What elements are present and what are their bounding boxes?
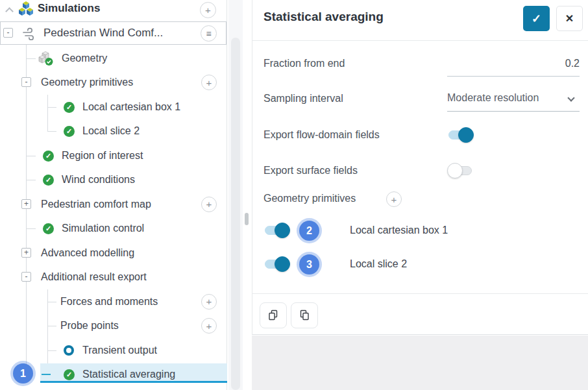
tree-item-label[interactable]: Simulation control xyxy=(62,223,144,234)
select-underline xyxy=(447,111,580,112)
status-check-icon: ✓ xyxy=(64,102,75,113)
collapse-box-icon[interactable]: - xyxy=(21,272,31,282)
tree-row[interactable]: ✓Simulation control xyxy=(0,217,227,241)
tree-item-label[interactable]: Local cartesian box 1 xyxy=(82,101,180,113)
field-label: Export flow-domain fields xyxy=(263,129,380,141)
tree-connector xyxy=(47,326,56,326)
tree-connector xyxy=(47,302,56,302)
add-button[interactable]: + xyxy=(201,318,217,334)
tree-connector xyxy=(26,156,36,156)
footer-divider xyxy=(252,293,588,294)
simulation-tree: Simulations + - Pedestrian Wind Comf... … xyxy=(0,0,227,390)
assignment-row: 2Local cartesian box 1 xyxy=(252,218,588,243)
tree-item-label[interactable]: Geometry primitives xyxy=(41,77,133,88)
step-badge: 1 xyxy=(13,363,33,384)
tree-scrollbar-thumb[interactable] xyxy=(231,38,240,390)
tree-row[interactable]: Probe points+ xyxy=(0,314,227,339)
export-surface-toggle[interactable] xyxy=(448,162,474,179)
tree-item-label[interactable]: Local slice 2 xyxy=(82,125,140,137)
section-label: Geometry primitives xyxy=(263,193,356,204)
check-icon: ✓ xyxy=(532,12,541,25)
assignment-toggle[interactable] xyxy=(265,222,291,239)
field-label: Sampling interval xyxy=(263,93,343,104)
tree-item-label[interactable]: Pedestrian Wind Comf... xyxy=(43,27,163,40)
tree-row[interactable]: -Additional result export xyxy=(0,265,227,290)
add-button[interactable]: + xyxy=(201,75,217,90)
paste-icon xyxy=(299,310,310,321)
tree-row[interactable]: Geometry xyxy=(0,46,227,71)
tree-row[interactable]: -Geometry primitives+ xyxy=(0,71,227,95)
plus-icon: + xyxy=(206,321,212,331)
tree-row[interactable]: Forces and moments+ xyxy=(0,289,227,314)
tree-connector xyxy=(47,107,56,108)
sampling-interval-select[interactable]: Moderate resolution xyxy=(447,92,563,104)
status-ring-icon xyxy=(64,345,74,356)
tree-row[interactable]: Transient output xyxy=(0,338,227,363)
tree-item-label[interactable]: Transient output xyxy=(82,345,157,356)
add-simulation-button[interactable]: + xyxy=(200,2,216,18)
assignment-label: Local cartesian box 1 xyxy=(350,218,448,243)
tree-root-label[interactable]: Simulations xyxy=(38,2,100,15)
copy-icon xyxy=(267,310,279,321)
expand-box-icon[interactable]: + xyxy=(21,248,31,258)
export-flow-domain-toggle[interactable] xyxy=(448,127,474,143)
input-underline xyxy=(447,76,580,77)
plus-icon: + xyxy=(205,5,211,15)
tree-item-label[interactable]: Pedestrian comfort map xyxy=(41,199,151,210)
assignment-label: Local slice 2 xyxy=(350,252,407,276)
status-check-icon: ✓ xyxy=(43,175,54,186)
simulations-cubes-icon xyxy=(18,1,34,20)
paste-button[interactable] xyxy=(291,302,318,328)
tree-item-label[interactable]: Forces and moments xyxy=(60,296,158,308)
tree-row[interactable]: +Advanced modelling xyxy=(0,241,227,265)
plus-icon: + xyxy=(206,78,212,88)
tree-row[interactable]: ✓Local slice 2 xyxy=(0,119,227,144)
tree-row[interactable]: ✓Statistical averaging1 xyxy=(0,363,227,387)
tree-connector xyxy=(47,131,56,132)
tree-item-label[interactable]: Probe points xyxy=(60,320,119,332)
toggle-knob xyxy=(447,163,463,178)
add-button[interactable]: + xyxy=(201,197,217,212)
panel-scrollbar-thumb[interactable] xyxy=(245,213,249,225)
assignment-toggle[interactable] xyxy=(265,256,291,273)
tree-row[interactable]: ✓Local cartesian box 1 xyxy=(0,95,227,119)
tree-row-project[interactable]: - Pedestrian Wind Comf... ≡ xyxy=(0,21,227,45)
tree-row[interactable]: ✓Region of interest xyxy=(0,143,227,168)
close-icon: ✕ xyxy=(565,13,574,24)
collapse-box-icon[interactable]: - xyxy=(3,28,13,38)
assignment-row: 3Local slice 2 xyxy=(252,252,588,276)
close-button[interactable]: ✕ xyxy=(556,6,583,31)
copy-button[interactable] xyxy=(260,302,287,328)
collapse-chevron-icon[interactable] xyxy=(5,7,14,16)
tree-row[interactable]: +Pedestrian comfort map+ xyxy=(0,192,227,217)
apply-button[interactable]: ✓ xyxy=(523,6,550,31)
geometry-cube-icon xyxy=(38,51,54,69)
plus-icon: + xyxy=(206,199,212,209)
tree-item-label[interactable]: Statistical averaging xyxy=(82,369,175,380)
tree-row[interactable]: ✓Wind conditions xyxy=(0,168,227,193)
toggle-knob xyxy=(275,223,290,238)
add-geometry-primitive-button[interactable]: + xyxy=(386,191,402,207)
add-button[interactable]: + xyxy=(201,294,217,310)
expand-box-icon[interactable]: + xyxy=(21,199,31,209)
tree-connector xyxy=(26,228,36,229)
field-label: Fraction from end xyxy=(263,58,345,69)
workspace-background xyxy=(252,335,588,390)
fraction-from-end-input[interactable]: 0.2 xyxy=(447,58,580,69)
tree-connector xyxy=(42,374,51,375)
step-badge: 3 xyxy=(299,254,319,274)
collapse-box-icon[interactable]: - xyxy=(21,77,31,87)
tree-item-label[interactable]: Advanced modelling xyxy=(41,247,134,259)
tree-row-simulations[interactable]: Simulations + xyxy=(0,0,227,19)
app-window: Simulations + - Pedestrian Wind Comf... … xyxy=(0,0,588,390)
tree-connector xyxy=(26,58,36,59)
field-label: Export surface fields xyxy=(263,165,358,177)
tree-item-label[interactable]: Wind conditions xyxy=(62,174,135,186)
tree-item-label[interactable]: Geometry xyxy=(62,53,107,64)
menu-icon: ≡ xyxy=(206,29,211,38)
status-check-icon: ✓ xyxy=(64,126,75,137)
tree-item-label[interactable]: Region of interest xyxy=(62,150,143,162)
project-menu-button[interactable]: ≡ xyxy=(201,25,217,42)
chevron-down-icon[interactable] xyxy=(567,94,574,101)
tree-item-label[interactable]: Additional result export xyxy=(41,271,147,283)
